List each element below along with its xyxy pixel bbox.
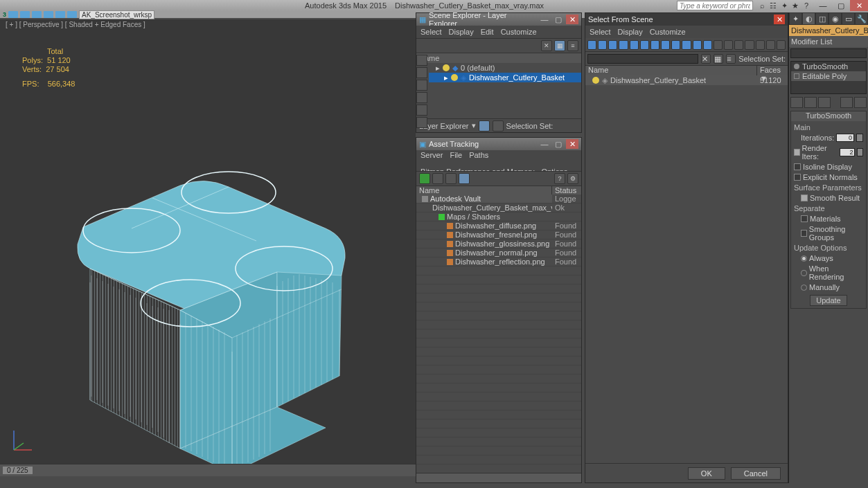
link-icon[interactable] [67,11,77,18]
when-rendering-radio[interactable] [801,270,807,276]
search-input[interactable] [677,1,753,10]
asset-row[interactable]: Maps / Shaders [416,213,581,222]
filter-icon[interactable] [598,40,607,50]
isoline-checkbox[interactable] [794,163,801,170]
layer-row[interactable]: ▸ ◈ Dishwasher_Cutlery_Basket [429,73,581,82]
visibility-icon[interactable] [443,64,450,71]
icon[interactable] [493,120,504,132]
object-name-field[interactable]: Dishwasher_Cutlery_Basket [789,25,868,36]
iterations-spinner[interactable]: 0 [836,134,854,142]
configure-icon[interactable] [854,97,867,108]
icon[interactable]: ✕ [701,54,711,64]
new-icon[interactable] [8,11,18,18]
modifier-list-dropdown[interactable] [790,48,867,58]
favorites-icon[interactable]: ★ [790,1,800,10]
settings-icon[interactable]: ⚙ [567,173,578,184]
asset-row[interactable]: Dishwasher_glossiness.pngFound [416,240,581,248]
exchange-icon[interactable]: ✦ [779,1,789,10]
infocenter-icon[interactable]: ⌕ [757,1,767,10]
explicit-normals-checkbox[interactable] [794,174,801,181]
smooth-result-checkbox[interactable] [801,195,808,201]
asset-tracking-titlebar[interactable]: ▣ Asset Tracking — ▢ ✕ [416,138,581,150]
layer-row[interactable]: ▸ ◆ 0 (default) [429,63,581,73]
asset-grid[interactable]: Name Status Autodesk VaultLoggeDishwashe… [416,186,581,473]
help-icon[interactable]: ? [801,1,811,10]
utilities-tab[interactable]: 🔧 [855,12,868,25]
hierarchy-tab[interactable]: ◫ [815,12,829,25]
modifier-stack[interactable]: TurboSmooth Editable Poly [790,61,867,94]
close-button[interactable]: ✕ [566,139,578,149]
asset-row[interactable]: Dishwasher_diffuse.pngFound [416,222,581,231]
filter-icon[interactable] [766,40,775,50]
frame-indicator[interactable]: 0 / 225 [3,467,33,474]
viewport-label[interactable]: [ + ] [ Perspective ] [ Shaded + Edged F… [6,21,145,28]
workspace-selector[interactable]: AK_Screenshot_wrksp [79,10,154,19]
filter-icon[interactable] [587,40,596,50]
maximize-button[interactable]: ▢ [552,15,565,24]
column-header[interactable]: Name [416,53,581,63]
layer-tree[interactable]: ▸ ◆ 0 (default) ▸ ◈ Dishwasher_Cutlery_B… [416,63,581,118]
modifier-item[interactable]: Editable Poly [791,71,866,81]
maximize-button[interactable]: ▢ [552,139,565,149]
icon[interactable] [445,173,457,184]
update-button[interactable]: Update [810,295,847,306]
make-unique-icon[interactable] [818,97,831,108]
remove-icon[interactable] [840,97,853,108]
filter-icon[interactable] [756,40,765,50]
minimize-button[interactable]: — [538,15,551,24]
viewport[interactable]: [ + ] [ Perspective ] [ Shaded + Edged F… [0,19,416,476]
filter-icon[interactable] [640,40,649,50]
tool-icon[interactable] [416,55,427,66]
display-tab[interactable]: ▭ [842,12,855,25]
tool-icon[interactable] [416,67,427,78]
icon[interactable]: ≡ [726,54,736,64]
filter-icon[interactable] [703,40,712,50]
smoothing-groups-checkbox[interactable] [801,230,807,237]
layer-explorer-titlebar[interactable]: ▦ Scene Explorer - Layer Explorer — ▢ ✕ [416,13,581,26]
manually-radio[interactable] [801,284,807,291]
refresh-icon[interactable] [419,173,430,184]
undo-icon[interactable] [44,11,53,18]
asset-row[interactable]: Dishwasher_Cutlery_Basket_max_vray.maxOk [416,204,581,213]
always-radio[interactable] [801,255,807,262]
materials-checkbox[interactable] [801,215,808,222]
sfs-grid[interactable]: Name Faces ▼ ◈Dishwasher_Cutlery_Basket … [585,66,788,463]
minimize-button[interactable]: — [814,0,832,11]
column-header[interactable]: Name Faces ▼ [585,66,788,75]
icon[interactable] [479,120,490,132]
render-iters-spinner[interactable]: 2 [840,148,855,156]
render-iters-checkbox[interactable] [794,149,800,156]
object-row[interactable]: ◈Dishwasher_Cutlery_Basket 51120 [585,75,788,85]
scrollbar[interactable] [416,473,581,482]
filter-icon[interactable] [714,40,723,50]
timeline[interactable]: 0 / 225 [0,464,416,476]
filter-icon[interactable] [682,40,691,50]
visibility-icon[interactable] [592,77,599,84]
filter-icon[interactable] [777,40,786,50]
show-end-result-icon[interactable] [804,97,817,108]
help-icon[interactable]: ? [554,173,565,184]
tool-icon[interactable] [416,80,427,91]
save-icon[interactable] [32,11,42,18]
toggle-icon[interactable] [794,73,799,79]
tool-icon[interactable] [416,117,427,128]
filter-icon[interactable] [608,40,617,50]
toggle-icon[interactable] [794,64,799,69]
asset-row[interactable]: Dishwasher_reflection.pngFound [416,257,581,266]
filter-icon[interactable] [724,40,733,50]
close-button[interactable]: ✕ [566,15,578,24]
filter-icon[interactable] [630,40,639,50]
create-tab[interactable]: ✦ [789,12,802,25]
filter-icon[interactable] [650,40,659,50]
app-menu-icon[interactable]: 3 [3,11,6,18]
tool-icon[interactable] [416,92,427,103]
filter-icon[interactable] [661,40,670,50]
maximize-button[interactable]: ▢ [832,0,850,11]
layers-icon[interactable]: ≡ [567,40,578,51]
name-filter-input[interactable] [587,54,698,64]
sfs-titlebar[interactable]: Select From Scene ✕ [585,13,788,26]
filter-icon[interactable]: ✕ [541,40,552,51]
spinner-buttons[interactable] [856,134,863,142]
asset-row[interactable]: Dishwasher_fresnel.pngFound [416,231,581,240]
close-button[interactable]: ✕ [850,0,868,11]
